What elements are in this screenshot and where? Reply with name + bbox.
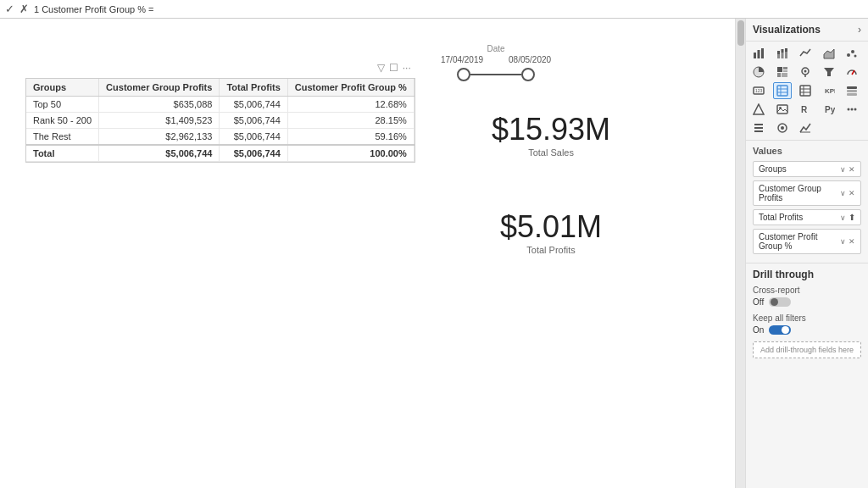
matrix-icon[interactable]	[796, 82, 815, 99]
scrollbar-thumb[interactable]	[737, 20, 744, 46]
svg-rect-36	[847, 90, 857, 92]
kpi-visual-icon[interactable]: KPI	[820, 82, 838, 99]
bar-chart-icon[interactable]	[749, 45, 768, 62]
slicer-icon[interactable]	[843, 82, 861, 99]
svg-text:Py: Py	[825, 105, 835, 114]
svg-point-45	[854, 108, 857, 111]
formula-bar-title: 1 Customer Profit Group % =	[34, 4, 154, 14]
table-row: Top 50 $635,088 $5,006,744 12.68%	[26, 97, 414, 113]
format-pane-icon[interactable]	[773, 119, 792, 136]
col-pct: Customer Profit Group %	[287, 79, 414, 97]
cross-report-toggle[interactable]	[769, 297, 791, 307]
python-icon[interactable]: Py	[820, 101, 838, 118]
date-start: 17/04/2019	[441, 55, 483, 64]
table-row: Rank 50 - 200 $1,409,523 $5,006,744 28.1…	[26, 113, 414, 129]
pill-cgp-chevron[interactable]: ∨	[840, 189, 846, 197]
filter-icon[interactable]: ▽	[377, 62, 385, 74]
table-total-row: Total $5,006,744 $5,006,744 100.00%	[26, 145, 414, 162]
date-range-line	[470, 74, 521, 75]
pill-tp: Total Profits ∨ ⬆	[753, 209, 861, 225]
add-drillthrough-button[interactable]: Add drill-through fields here	[753, 341, 861, 358]
close-icon[interactable]: ✗	[19, 3, 29, 15]
cross-report-toggle-label: Off	[753, 297, 764, 307]
svg-rect-39	[777, 105, 787, 114]
cell-tp: $5,006,744	[220, 129, 287, 146]
svg-point-10	[847, 53, 850, 57]
cell-tp-total: $5,006,744	[220, 145, 287, 162]
table-row: The Rest $2,962,133 $5,006,744 59.16%	[26, 129, 414, 146]
date-label: Date	[441, 44, 551, 53]
svg-point-43	[848, 108, 850, 111]
col-groups: Groups	[26, 79, 99, 97]
cell-group-total: Total	[26, 145, 99, 162]
pill-groups-chevron[interactable]: ∨	[840, 165, 846, 174]
pill-cgp: Customer Group Profits ∨ ✕	[753, 180, 861, 206]
svg-rect-17	[777, 73, 781, 77]
pill-groups: Groups ∨ ✕	[753, 161, 861, 177]
cross-report-toggle-row: Off	[753, 297, 861, 307]
pill-cgp-text: Customer Group Profits	[759, 184, 840, 202]
more-visuals-icon[interactable]	[843, 101, 861, 118]
more-options-icon[interactable]: ···	[403, 62, 411, 74]
kpi-total-sales: $15.93M Total Sales	[492, 112, 610, 158]
pill-tp-chevron[interactable]: ∨	[840, 214, 846, 222]
r-visual-icon[interactable]: R	[796, 101, 815, 118]
drill-through-section: Drill through Cross-report Off Keep all …	[746, 263, 868, 363]
values-section-label: Values	[753, 146, 861, 156]
card-icon[interactable]: 123	[749, 82, 768, 99]
funnel-icon[interactable]	[820, 64, 838, 80]
date-slider-track[interactable]	[441, 68, 551, 81]
analytics-pane-icon[interactable]	[796, 119, 815, 136]
cell-cgp-total: $5,006,744	[99, 145, 220, 162]
canvas-scrollbar[interactable]	[735, 19, 745, 488]
svg-rect-35	[847, 86, 857, 89]
svg-rect-1	[758, 50, 760, 58]
total-profits-value: $5.01M	[500, 209, 602, 245]
svg-rect-2	[761, 48, 764, 58]
visualizations-expand-icon[interactable]: ›	[858, 24, 861, 36]
cross-report-toggle-thumb	[771, 298, 778, 306]
svg-rect-16	[783, 70, 787, 72]
svg-point-21	[804, 70, 807, 73]
stacked-bar-icon[interactable]	[773, 45, 792, 62]
check-icon[interactable]: ✓	[5, 3, 14, 15]
shape-icon[interactable]	[749, 101, 768, 118]
svg-text:R: R	[801, 105, 808, 114]
pill-cgp-remove[interactable]: ✕	[849, 189, 855, 197]
date-handle-left[interactable]	[457, 68, 470, 81]
fields-pane-icon[interactable]	[749, 119, 768, 136]
pill-cpg-remove[interactable]: ✕	[849, 237, 855, 246]
cell-cgp: $1,409,523	[99, 113, 220, 129]
date-slicer: Date 17/04/2019 08/05/2020	[441, 44, 551, 81]
line-chart-icon[interactable]	[796, 45, 815, 62]
pill-cpg-chevron[interactable]: ∨	[840, 237, 846, 246]
pie-chart-icon[interactable]	[749, 64, 768, 80]
map-icon[interactable]	[796, 64, 815, 80]
pill-groups-remove[interactable]: ✕	[849, 165, 855, 174]
svg-point-12	[854, 55, 857, 58]
gauge-icon[interactable]	[843, 64, 861, 80]
svg-rect-8	[785, 48, 787, 52]
date-handle-right[interactable]	[521, 68, 535, 81]
main-content: ▽ ☐ ··· Groups Customer Group Profits To…	[0, 19, 868, 488]
svg-marker-9	[824, 49, 834, 58]
area-chart-icon[interactable]	[820, 45, 838, 62]
keep-filters-toggle[interactable]	[769, 325, 791, 335]
bookmark-icon[interactable]: ☐	[389, 62, 398, 74]
svg-rect-14	[777, 67, 782, 72]
values-section: Values Groups ∨ ✕ Customer Group Profits…	[746, 141, 868, 263]
keep-filters-toggle-thumb	[782, 326, 789, 334]
svg-rect-37	[847, 93, 857, 96]
cell-group: Rank 50 - 200	[26, 113, 99, 129]
treemap-icon[interactable]	[773, 64, 792, 80]
svg-rect-18	[782, 73, 787, 77]
svg-rect-47	[754, 127, 763, 129]
image-icon[interactable]	[773, 101, 792, 118]
svg-text:123: 123	[755, 88, 763, 93]
table-icon[interactable]	[773, 82, 792, 99]
scatter-chart-icon[interactable]	[843, 45, 861, 62]
svg-marker-22	[824, 68, 834, 76]
svg-rect-3	[777, 54, 780, 58]
svg-rect-4	[777, 51, 780, 54]
visualizations-title: Visualizations	[753, 24, 821, 36]
